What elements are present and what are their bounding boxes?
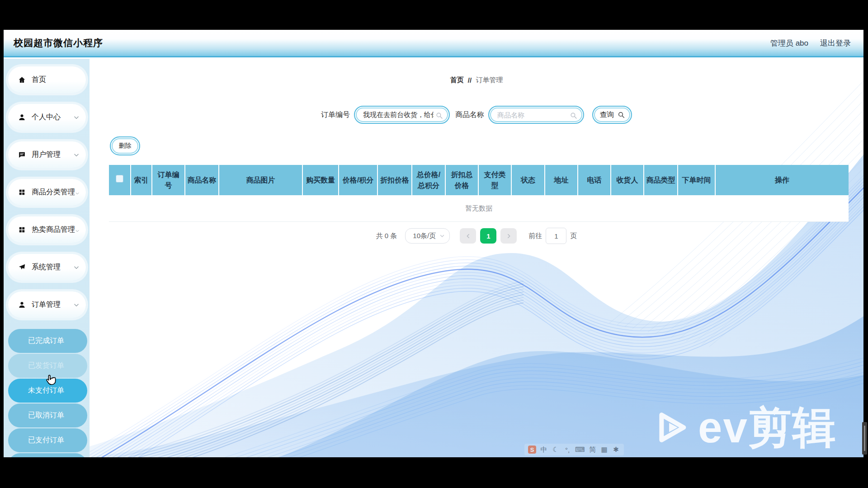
scrollbar-thumb[interactable]	[862, 422, 867, 455]
query-button[interactable]: 查询	[592, 106, 632, 124]
play-logo-icon	[656, 410, 691, 445]
chevron-right-icon	[506, 233, 512, 239]
mouse-cursor	[44, 373, 58, 387]
sidebar-item-个人中心[interactable]: 个人中心	[8, 104, 86, 131]
breadcrumb: 首页 // 订单管理	[90, 76, 863, 84]
simplified-chinese-icon[interactable]: 简	[589, 446, 597, 454]
pagination: 共 0 条 10条/页 1 前往 页	[90, 228, 863, 244]
punctuation-icon[interactable]: °,	[563, 446, 571, 454]
main-content: 首页 // 订单管理 订单编号 商品名称 查询 删除	[90, 59, 863, 457]
pagination-total: 共 0 条	[376, 232, 397, 240]
sidebar-subitem-partial[interactable]	[8, 453, 87, 457]
home-icon	[18, 76, 26, 84]
select-all-header	[109, 165, 131, 195]
night-mode-icon[interactable]: ☾	[552, 446, 560, 454]
ime-toolbar: S中☾°,⌨简▦✱	[524, 444, 624, 455]
column-header-总价格/总积分: 总价格/总积分	[412, 165, 445, 195]
toolbox-icon[interactable]: ▦	[600, 446, 609, 454]
sidebar: 首页个人中心用户管理商品分类管理热卖商品管理系统管理订单管理 已完成订单已发货订…	[4, 59, 90, 457]
sidebar-item-系统管理[interactable]: 系统管理	[8, 254, 86, 281]
sidebar-submenu: 已完成订单已发货订单未支付订单已取消订单已支付订单	[4, 329, 90, 457]
order-no-label: 订单编号	[321, 110, 350, 120]
column-header-商品类型: 商品类型	[644, 165, 678, 195]
sidebar-item-label: 用户管理	[32, 150, 73, 160]
sidebar-item-商品分类管理[interactable]: 商品分类管理	[8, 179, 86, 206]
search-icon	[435, 112, 443, 119]
search-form: 订单编号 商品名称 查询	[90, 106, 863, 124]
sidebar-subitem-已取消订单[interactable]: 已取消订单	[8, 404, 87, 427]
sidebar-item-label: 个人中心	[32, 113, 73, 122]
column-header-价格/积分: 价格/积分	[339, 165, 377, 195]
send-icon	[18, 263, 26, 271]
sidebar-item-label: 首页	[32, 75, 80, 84]
sidebar-item-label: 订单管理	[32, 300, 73, 310]
column-header-折扣价格: 折扣价格	[377, 165, 412, 195]
sidebar-subitem-已支付订单[interactable]: 已支付订单	[8, 428, 87, 452]
column-header-操作: 操作	[715, 165, 849, 195]
delete-button[interactable]: 删除	[110, 136, 140, 155]
column-header-地址: 地址	[545, 165, 578, 195]
column-header-支付类型: 支付类型	[478, 165, 511, 195]
search-icon	[618, 111, 625, 118]
next-page-button[interactable]	[500, 228, 517, 244]
table-empty-state: 暂无数据	[109, 195, 849, 222]
app-title: 校园超市微信小程序	[4, 37, 103, 49]
column-header-状态: 状态	[511, 165, 545, 195]
breadcrumb-separator: //	[468, 76, 472, 84]
page-suffix-label: 页	[570, 232, 577, 240]
watermark: ev剪辑	[656, 406, 837, 449]
settings-gear-icon[interactable]: ✱	[612, 446, 620, 454]
column-header-商品名称: 商品名称	[185, 165, 219, 195]
current-user-label: 管理员 abo	[770, 38, 808, 48]
chevron-down-icon	[73, 302, 80, 308]
sidebar-item-订单管理[interactable]: 订单管理	[8, 291, 86, 318]
product-name-input[interactable]	[489, 107, 583, 123]
column-header-下单时间: 下单时间	[678, 165, 715, 195]
orders-table: 索引订单编号商品名称商品图片购买数量价格/积分折扣价格总价格/总积分折扣总价格支…	[109, 165, 849, 222]
column-header-商品图片: 商品图片	[219, 165, 302, 195]
prev-page-button[interactable]	[460, 228, 476, 244]
logout-link[interactable]: 退出登录	[820, 38, 851, 48]
sidebar-item-label: 热卖商品管理	[32, 225, 75, 235]
column-header-电话: 电话	[578, 165, 611, 195]
column-header-购买数量: 购买数量	[302, 165, 339, 195]
page-size-select[interactable]: 10条/页	[405, 228, 450, 244]
chevron-down-icon	[75, 227, 80, 233]
top-header: 校园超市微信小程序 管理员 abo 退出登录	[4, 30, 863, 57]
sogou-logo-icon[interactable]: S	[528, 446, 536, 454]
column-header-折扣总价格: 折扣总价格	[445, 165, 478, 195]
chat-icon	[18, 151, 26, 159]
breadcrumb-current: 订单管理	[476, 76, 503, 84]
user-icon	[18, 301, 26, 309]
chevron-down-icon	[73, 114, 80, 121]
chevron-down-icon	[439, 233, 445, 239]
sidebar-item-label: 商品分类管理	[32, 188, 75, 197]
sidebar-item-用户管理[interactable]: 用户管理	[8, 141, 86, 168]
select-all-checkbox[interactable]	[116, 175, 123, 183]
goto-page-input[interactable]	[546, 228, 566, 244]
column-header-收货人: 收货人	[611, 165, 644, 195]
grid-icon	[18, 188, 26, 196]
column-header-索引: 索引	[131, 165, 152, 195]
chevron-down-icon	[75, 189, 80, 196]
sidebar-menu: 首页个人中心用户管理商品分类管理热卖商品管理系统管理订单管理	[4, 66, 90, 318]
delete-button-label: 删除	[119, 142, 132, 150]
app-window: 校园超市微信小程序 管理员 abo 退出登录 首页个人中心用户管理商品分类管理热…	[4, 30, 863, 457]
watermark-text: ev剪辑	[698, 406, 837, 449]
chinese-mode-icon[interactable]: 中	[540, 446, 548, 454]
goto-label: 前往	[528, 232, 542, 240]
keyboard-icon[interactable]: ⌨	[575, 446, 585, 454]
search-icon	[570, 112, 577, 119]
breadcrumb-home[interactable]: 首页	[450, 76, 464, 84]
page-size-value: 10条/页	[413, 232, 436, 240]
chevron-down-icon	[73, 264, 80, 271]
sidebar-item-首页[interactable]: 首页	[8, 66, 86, 93]
product-name-label: 商品名称	[455, 110, 484, 120]
sidebar-subitem-已完成订单[interactable]: 已完成订单	[8, 329, 87, 353]
current-page-button[interactable]: 1	[480, 228, 496, 244]
sidebar-item-热卖商品管理[interactable]: 热卖商品管理	[8, 216, 86, 243]
chevron-left-icon	[465, 233, 471, 239]
order-no-input[interactable]	[355, 107, 449, 123]
sidebar-item-label: 系统管理	[32, 263, 73, 272]
chevron-down-icon	[73, 152, 80, 158]
